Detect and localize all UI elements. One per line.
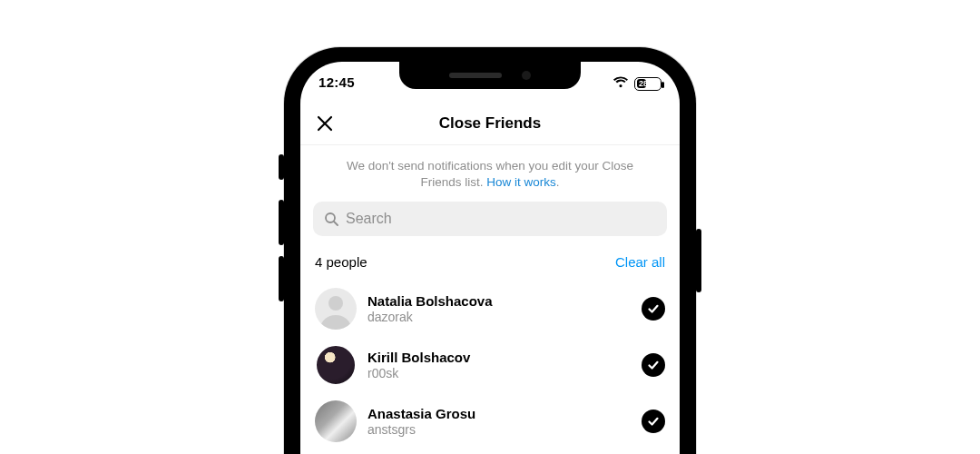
friend-username: dazorak — [368, 310, 631, 325]
battery-indicator: 28 — [634, 74, 662, 91]
volume-up-button[interactable] — [279, 200, 284, 245]
list-item[interactable]: Kirill Bolshacov r00sk — [315, 337, 665, 393]
checkmark-icon — [647, 415, 660, 428]
checkmark-icon — [647, 359, 660, 371]
avatar — [315, 344, 357, 386]
nav-bar: Close Friends — [300, 102, 680, 145]
avatar — [315, 288, 357, 330]
search-icon — [324, 212, 338, 226]
checkmark-icon — [647, 302, 660, 315]
notch — [399, 62, 581, 89]
clear-all-button[interactable]: Clear all — [615, 254, 665, 270]
wifi-icon — [612, 76, 629, 88]
list-item[interactable]: Anastasia Grosu anstsgrs — [315, 393, 665, 449]
toggle-selected[interactable] — [642, 410, 665, 433]
mute-switch[interactable] — [279, 154, 284, 180]
list-header: 4 people Clear all — [300, 243, 680, 277]
search-field[interactable] — [313, 202, 667, 236]
svg-point-2 — [328, 296, 343, 311]
screen: 12:45 28 — [300, 62, 680, 454]
friend-username: anstsgrs — [368, 422, 631, 438]
people-count: 4 people — [315, 254, 368, 270]
volume-down-button[interactable] — [279, 256, 284, 301]
friend-name: Natalia Bolshacova — [368, 293, 631, 310]
search-input[interactable] — [346, 211, 656, 227]
status-time: 12:45 — [318, 74, 355, 90]
phone-frame: 12:45 28 — [284, 47, 696, 454]
front-camera — [522, 71, 531, 80]
page-title: Close Friends — [300, 114, 680, 133]
friend-username: r00sk — [368, 366, 631, 381]
power-button[interactable] — [696, 229, 701, 292]
friend-name: Kirill Bolshacov — [368, 350, 631, 366]
battery-percent: 28 — [638, 80, 648, 88]
toggle-selected[interactable] — [642, 297, 665, 321]
info-text: We don't send notifications when you edi… — [300, 145, 680, 202]
friend-name: Anastasia Grosu — [368, 406, 631, 422]
friends-list: Natalia Bolshacova dazorak Kirill Bolsha… — [300, 277, 680, 449]
svg-line-1 — [334, 222, 338, 225]
avatar — [315, 400, 357, 442]
list-item[interactable]: Natalia Bolshacova dazorak — [315, 281, 665, 337]
toggle-selected[interactable] — [642, 353, 665, 377]
speaker-grille — [449, 73, 502, 78]
info-text-after: . — [556, 175, 560, 189]
how-it-works-link[interactable]: How it works — [486, 175, 556, 189]
